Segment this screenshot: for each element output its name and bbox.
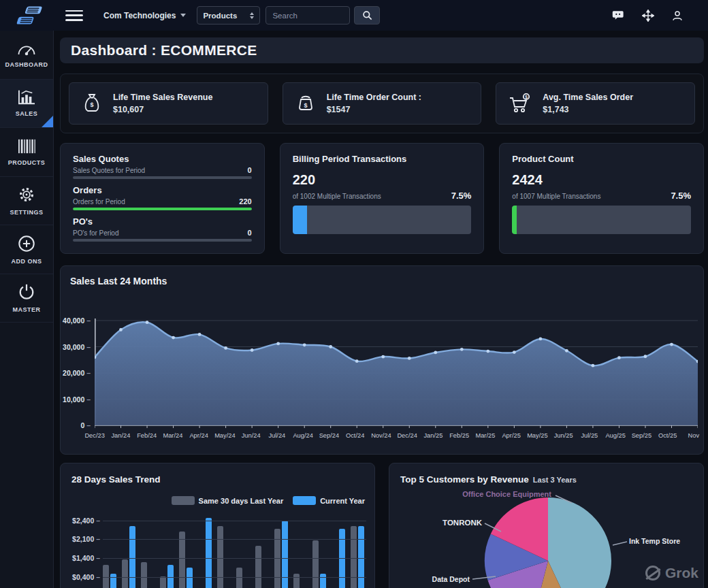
x-tick-label: Jun/24 xyxy=(238,432,264,439)
user-icon[interactable] xyxy=(671,10,683,22)
barcode-icon xyxy=(16,138,37,154)
legend-swatch xyxy=(293,496,316,505)
x-tick-label: Mar/24 xyxy=(160,432,186,439)
sidebar-item-products[interactable]: PRODUCTS xyxy=(0,128,53,177)
bar xyxy=(129,526,135,588)
bar xyxy=(110,574,116,588)
y-tick-label: $2,100 xyxy=(67,535,100,543)
search-category-select[interactable]: Products xyxy=(197,6,260,24)
billing-subtitle: of 1002 Multiple Transactions xyxy=(293,193,381,200)
cart-icon: $ xyxy=(509,93,532,114)
bar xyxy=(160,576,166,588)
money-bag-icon: $ xyxy=(295,93,316,114)
menu-toggle-icon[interactable] xyxy=(65,10,83,21)
gridline xyxy=(103,521,366,521)
sidebar: DASHBOARD SALES PRODUCTS xyxy=(0,31,54,588)
sidebar-item-settings[interactable]: SETTINGS xyxy=(0,177,53,226)
stat-card-lifetime-sales[interactable]: $ Life Time Sales Revenue $10,607 xyxy=(69,82,268,125)
group-label: Sales Quotes for Period xyxy=(73,167,145,174)
product-percent: 7.5% xyxy=(671,191,691,201)
sidebar-item-add-ons[interactable]: ADD ONS xyxy=(0,225,53,274)
bar xyxy=(351,526,357,588)
power-icon xyxy=(18,282,35,301)
sidebar-item-label: ADD ONS xyxy=(11,258,42,265)
bar xyxy=(141,562,147,588)
pie-slice-label: Office Choice Equipment xyxy=(428,490,551,498)
bar-group xyxy=(141,521,156,588)
bar xyxy=(255,546,261,588)
svg-text:$: $ xyxy=(90,101,93,108)
sales-24-months-panel: Sales Last 24 Months Dec/23Jan/24Feb/24M… xyxy=(60,265,704,455)
bar xyxy=(358,526,364,588)
sidebar-item-label: SALES xyxy=(16,110,38,117)
x-tick-label: Sep/24 xyxy=(316,432,342,439)
search-category-value: Products xyxy=(203,12,237,20)
bar xyxy=(236,568,242,588)
panel-title: Billing Period Transactions xyxy=(293,154,472,164)
sales-quotes-panel: Sales Quotes Sales Quotes for Period 0 O… xyxy=(60,143,265,254)
x-tick-label: Mar/25 xyxy=(472,432,498,439)
sidebar-item-master[interactable]: MASTER xyxy=(0,274,53,323)
x-tick-label: Nov/24 xyxy=(368,432,394,439)
app-logo[interactable] xyxy=(14,3,48,29)
pos-group: PO's PO's for Period 0 xyxy=(73,216,252,242)
x-tick-label: May/25 xyxy=(524,432,550,439)
sales-chart-icon xyxy=(17,89,36,105)
search-input[interactable] xyxy=(266,6,350,24)
gridline xyxy=(103,558,366,559)
billing-count: 220 xyxy=(293,172,472,188)
stat-value: $1,743 xyxy=(543,105,633,114)
sidebar-item-label: PRODUCTS xyxy=(8,159,46,166)
y-tick-label: 10,000 xyxy=(62,395,91,404)
x-tick-label: Jul/25 xyxy=(577,432,602,439)
x-tick-label: Dec/23 xyxy=(82,432,108,439)
logo-icon xyxy=(14,3,45,28)
x-tick-label: Oct/25 xyxy=(655,432,681,439)
stat-card-order-count[interactable]: $ Life Time Order Count : $1547 xyxy=(283,82,482,125)
chart-title: Top 5 Customers by RevenueLast 3 Years xyxy=(400,474,577,485)
group-label: PO's for Period xyxy=(73,229,119,237)
page-title-bar: Dashboard : ECOMMERCE xyxy=(60,37,704,63)
company-dropdown[interactable]: Com Technologies xyxy=(103,11,186,20)
stat-card-avg-sales-order[interactable]: $ Avg. Time Sales Order $1,743 xyxy=(496,82,695,125)
gauge-icon xyxy=(16,42,37,56)
bar-group xyxy=(293,521,308,588)
search-icon xyxy=(361,10,373,21)
pie-slice-label: Data Depot xyxy=(414,576,470,584)
group-value: 0 xyxy=(248,229,252,237)
gridline xyxy=(103,539,366,540)
x-tick-label: Sep/25 xyxy=(628,432,654,439)
money-bag-icon: $ xyxy=(82,93,102,114)
gear-icon xyxy=(17,185,36,204)
watermark-text: Grok xyxy=(665,565,698,581)
bar-group xyxy=(179,521,194,588)
bar-group xyxy=(122,521,137,588)
bar xyxy=(179,532,185,588)
x-tick-label: Aug/24 xyxy=(290,432,316,439)
legend-swatch xyxy=(172,496,195,505)
sidebar-item-sales[interactable]: SALES xyxy=(0,80,53,129)
group-label: Orders for Period xyxy=(73,198,125,206)
stat-value: $1547 xyxy=(327,105,421,114)
main-content: Dashboard : ECOMMERCE $ Life Time Sales … xyxy=(54,31,708,588)
move-icon[interactable] xyxy=(642,10,654,22)
y-tick-label: 0 xyxy=(62,421,91,429)
chat-icon[interactable] xyxy=(612,9,625,22)
sidebar-item-dashboard[interactable]: DASHBOARD xyxy=(0,31,53,80)
panel-title: Product Count xyxy=(512,154,691,164)
sidebar-item-label: MASTER xyxy=(13,306,41,313)
summary-panels-row: Sales Quotes Sales Quotes for Period 0 O… xyxy=(60,143,704,254)
y-tick-label: $2,400 xyxy=(67,517,100,525)
navbar-actions xyxy=(612,9,683,22)
group-value: 220 xyxy=(239,197,251,206)
x-tick-label: Jan/24 xyxy=(108,432,133,439)
chart-title: Sales Last 24 Months xyxy=(70,276,167,287)
product-count-panel: Product Count 2424 of 1007 Multiple Tran… xyxy=(499,143,704,254)
search-button[interactable] xyxy=(354,6,380,24)
group-heading: Orders xyxy=(73,185,252,195)
bar-group xyxy=(160,521,175,588)
bar xyxy=(167,565,174,588)
legend-current-year: Current Year xyxy=(293,496,365,505)
select-arrows-icon xyxy=(250,12,254,19)
bar-chart-legend: Same 30 days Last Year Current Year xyxy=(172,496,365,505)
